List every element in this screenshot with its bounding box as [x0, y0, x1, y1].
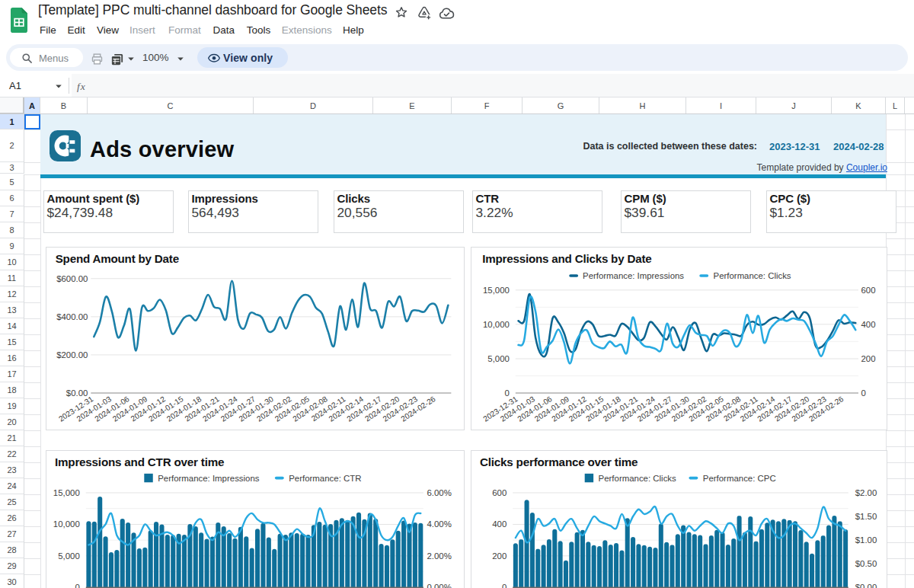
svg-text:400: 400 [492, 519, 507, 529]
svg-text:Performance: Impressions: Performance: Impressions [583, 271, 684, 280]
svg-text:Spend Amount by Date: Spend Amount by Date [55, 252, 178, 265]
svg-text:$0.50: $0.50 [855, 559, 877, 568]
svg-text:$600.00: $600.00 [56, 274, 88, 283]
svg-text:Performance: Clicks: Performance: Clicks [599, 473, 676, 482]
svg-text:200: 200 [861, 354, 875, 363]
svg-text:0: 0 [502, 583, 507, 588]
svg-text:Performance: Impressions: Performance: Impressions [158, 473, 260, 482]
svg-text:Performance: CTR: Performance: CTR [289, 473, 361, 482]
svg-text:2.00%: 2.00% [427, 551, 451, 560]
svg-text:4.00%: 4.00% [427, 519, 451, 529]
svg-text:400: 400 [861, 320, 875, 329]
svg-text:15,000: 15,000 [53, 487, 79, 497]
svg-text:0: 0 [861, 388, 865, 398]
svg-text:$0.00: $0.00 [855, 583, 877, 588]
svg-text:15,000: 15,000 [483, 286, 510, 295]
svg-text:$1.00: $1.00 [855, 535, 877, 544]
svg-text:0: 0 [75, 583, 79, 588]
svg-text:0.00%: 0.00% [427, 583, 451, 588]
svg-text:6.00%: 6.00% [427, 487, 451, 497]
svg-text:5,000: 5,000 [58, 551, 80, 560]
svg-text:600: 600 [861, 286, 875, 295]
svg-text:Performance: CPC: Performance: CPC [703, 473, 776, 482]
svg-text:$2.00: $2.00 [855, 487, 877, 497]
svg-text:$200.00: $200.00 [56, 350, 88, 360]
svg-text:Impressions and CTR over time: Impressions and CTR over time [54, 455, 223, 468]
svg-text:5,000: 5,000 [487, 354, 510, 363]
svg-text:$400.00: $400.00 [56, 312, 88, 321]
svg-text:Impressions and Clicks by Date: Impressions and Clicks by Date [482, 252, 651, 265]
svg-text:$1.50: $1.50 [855, 511, 877, 520]
svg-text:600: 600 [492, 487, 507, 497]
svg-text:Performance: Clicks: Performance: Clicks [714, 271, 791, 280]
svg-text:10,000: 10,000 [53, 519, 79, 529]
svg-text:0: 0 [505, 388, 510, 398]
svg-text:200: 200 [492, 551, 507, 560]
svg-text:$0.00: $0.00 [66, 388, 88, 398]
svg-text:Clicks performance over time: Clicks performance over time [480, 455, 638, 468]
svg-text:10,000: 10,000 [483, 320, 510, 329]
